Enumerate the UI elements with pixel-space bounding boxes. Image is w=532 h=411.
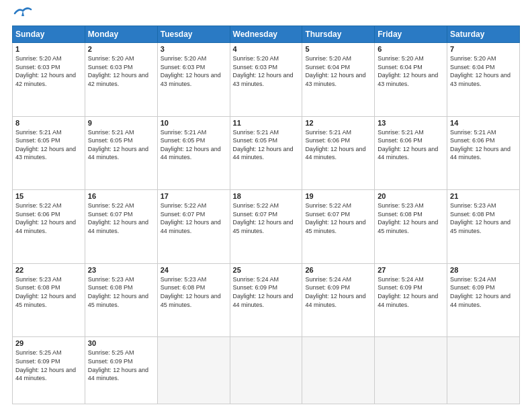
day-number: 4 [233,45,300,53]
day-info: Sunrise: 5:21 AMSunset: 6:06 PMDaylight:… [305,128,371,162]
day-info: Sunrise: 5:25 AMSunset: 6:09 PMDaylight:… [15,349,82,382]
day-number: 13 [378,119,444,127]
day-info: Sunrise: 5:20 AMSunset: 6:03 PMDaylight:… [233,54,300,88]
day-info: Sunrise: 5:20 AMSunset: 6:03 PMDaylight:… [15,54,82,88]
calendar-cell: 17Sunrise: 5:22 AMSunset: 6:07 PMDayligh… [157,190,230,264]
calendar-cell: 9Sunrise: 5:21 AMSunset: 6:05 PMDaylight… [85,116,157,190]
day-number: 20 [378,192,444,200]
day-number: 23 [88,266,154,274]
logo [12,12,32,20]
calendar-table: SundayMondayTuesdayWednesdayThursdayFrid… [12,26,520,404]
calendar-cell [302,337,375,404]
day-info: Sunrise: 5:22 AMSunset: 6:07 PMDaylight:… [88,201,154,235]
day-number: 10 [161,119,227,127]
day-info: Sunrise: 5:24 AMSunset: 6:09 PMDaylight:… [378,275,444,309]
calendar-cell: 3Sunrise: 5:20 AMSunset: 6:03 PMDaylight… [157,43,230,117]
day-info: Sunrise: 5:23 AMSunset: 6:08 PMDaylight:… [450,201,517,235]
day-info: Sunrise: 5:20 AMSunset: 6:04 PMDaylight:… [450,54,517,88]
day-number: 11 [233,119,300,127]
calendar-cell: 1Sunrise: 5:20 AMSunset: 6:03 PMDaylight… [13,43,85,117]
weekday-header: Sunday [13,26,85,43]
calendar-row: 15Sunrise: 5:22 AMSunset: 6:06 PMDayligh… [13,190,520,264]
day-info: Sunrise: 5:24 AMSunset: 6:09 PMDaylight:… [233,275,300,309]
calendar-cell: 5Sunrise: 5:20 AMSunset: 6:04 PMDaylight… [302,43,375,117]
day-number: 1 [15,45,82,53]
day-info: Sunrise: 5:22 AMSunset: 6:07 PMDaylight:… [233,201,300,235]
day-number: 12 [305,119,371,127]
calendar-cell: 23Sunrise: 5:23 AMSunset: 6:08 PMDayligh… [85,263,157,337]
calendar-cell: 18Sunrise: 5:22 AMSunset: 6:07 PMDayligh… [230,190,302,264]
calendar-row: 22Sunrise: 5:23 AMSunset: 6:08 PMDayligh… [13,263,520,337]
weekday-header: Wednesday [230,26,302,43]
logo-bird-icon [13,7,32,20]
calendar-cell: 30Sunrise: 5:25 AMSunset: 6:09 PMDayligh… [85,337,157,404]
calendar-cell: 24Sunrise: 5:23 AMSunset: 6:08 PMDayligh… [157,263,230,337]
day-number: 25 [233,266,300,274]
day-info: Sunrise: 5:22 AMSunset: 6:07 PMDaylight:… [161,201,227,235]
day-info: Sunrise: 5:20 AMSunset: 6:04 PMDaylight:… [305,54,371,88]
calendar-cell: 12Sunrise: 5:21 AMSunset: 6:06 PMDayligh… [302,116,375,190]
day-info: Sunrise: 5:25 AMSunset: 6:09 PMDaylight:… [88,349,154,382]
calendar-cell [375,337,447,404]
calendar-cell: 14Sunrise: 5:21 AMSunset: 6:06 PMDayligh… [447,116,520,190]
calendar-cell: 29Sunrise: 5:25 AMSunset: 6:09 PMDayligh… [13,337,85,404]
calendar-row: 29Sunrise: 5:25 AMSunset: 6:09 PMDayligh… [13,337,520,404]
calendar-cell [447,337,520,404]
calendar-cell: 26Sunrise: 5:24 AMSunset: 6:09 PMDayligh… [302,263,375,337]
day-number: 29 [15,339,82,347]
calendar-cell: 15Sunrise: 5:22 AMSunset: 6:06 PMDayligh… [13,190,85,264]
calendar-cell: 13Sunrise: 5:21 AMSunset: 6:06 PMDayligh… [375,116,447,190]
weekday-header: Friday [375,26,447,43]
day-info: Sunrise: 5:23 AMSunset: 6:08 PMDaylight:… [161,275,227,309]
weekday-header: Saturday [447,26,520,43]
day-number: 28 [450,266,517,274]
calendar-cell: 25Sunrise: 5:24 AMSunset: 6:09 PMDayligh… [230,263,302,337]
page: SundayMondayTuesdayWednesdayThursdayFrid… [0,0,532,411]
day-number: 24 [161,266,227,274]
calendar-cell: 28Sunrise: 5:24 AMSunset: 6:09 PMDayligh… [447,263,520,337]
calendar-cell: 21Sunrise: 5:23 AMSunset: 6:08 PMDayligh… [447,190,520,264]
calendar-cell: 6Sunrise: 5:20 AMSunset: 6:04 PMDaylight… [375,43,447,117]
calendar-cell: 27Sunrise: 5:24 AMSunset: 6:09 PMDayligh… [375,263,447,337]
day-number: 7 [450,45,517,53]
day-info: Sunrise: 5:20 AMSunset: 6:03 PMDaylight:… [88,54,154,88]
weekday-header-row: SundayMondayTuesdayWednesdayThursdayFrid… [13,26,520,43]
day-number: 8 [15,119,82,127]
calendar-cell [157,337,230,404]
day-number: 3 [161,45,227,53]
day-number: 27 [378,266,444,274]
day-number: 21 [450,192,517,200]
day-info: Sunrise: 5:20 AMSunset: 6:03 PMDaylight:… [161,54,227,88]
day-info: Sunrise: 5:23 AMSunset: 6:08 PMDaylight:… [88,275,154,309]
calendar-cell: 8Sunrise: 5:21 AMSunset: 6:05 PMDaylight… [13,116,85,190]
day-number: 22 [15,266,82,274]
header [12,12,520,20]
day-info: Sunrise: 5:24 AMSunset: 6:09 PMDaylight:… [450,275,517,309]
day-number: 26 [305,266,371,274]
day-number: 5 [305,45,371,53]
day-number: 30 [88,339,154,347]
day-number: 16 [88,192,154,200]
calendar-body: 1Sunrise: 5:20 AMSunset: 6:03 PMDaylight… [13,43,520,404]
weekday-header: Thursday [302,26,375,43]
day-info: Sunrise: 5:21 AMSunset: 6:05 PMDaylight:… [15,128,82,162]
day-number: 18 [233,192,300,200]
day-info: Sunrise: 5:23 AMSunset: 6:08 PMDaylight:… [15,275,82,309]
calendar-cell: 11Sunrise: 5:21 AMSunset: 6:05 PMDayligh… [230,116,302,190]
calendar-cell: 2Sunrise: 5:20 AMSunset: 6:03 PMDaylight… [85,43,157,117]
calendar-cell: 16Sunrise: 5:22 AMSunset: 6:07 PMDayligh… [85,190,157,264]
calendar-cell [230,337,302,404]
day-info: Sunrise: 5:21 AMSunset: 6:05 PMDaylight:… [88,128,154,162]
day-info: Sunrise: 5:21 AMSunset: 6:06 PMDaylight:… [450,128,517,162]
day-number: 9 [88,119,154,127]
calendar-cell: 22Sunrise: 5:23 AMSunset: 6:08 PMDayligh… [13,263,85,337]
day-info: Sunrise: 5:22 AMSunset: 6:06 PMDaylight:… [15,201,82,235]
day-number: 14 [450,119,517,127]
day-info: Sunrise: 5:22 AMSunset: 6:07 PMDaylight:… [305,201,371,235]
calendar-cell: 4Sunrise: 5:20 AMSunset: 6:03 PMDaylight… [230,43,302,117]
weekday-header: Tuesday [157,26,230,43]
day-info: Sunrise: 5:21 AMSunset: 6:05 PMDaylight:… [233,128,300,162]
calendar-cell: 19Sunrise: 5:22 AMSunset: 6:07 PMDayligh… [302,190,375,264]
day-number: 2 [88,45,154,53]
day-number: 17 [161,192,227,200]
